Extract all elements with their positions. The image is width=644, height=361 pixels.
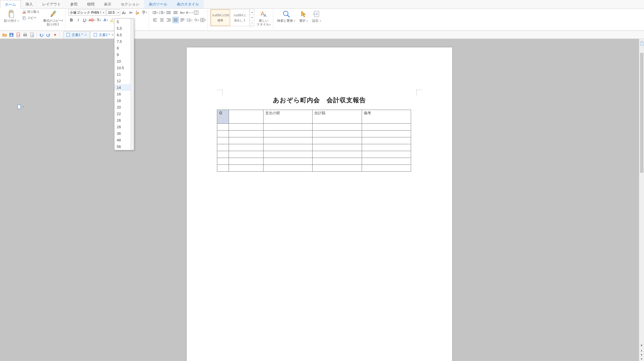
copy-button[interactable]: コピー — [21, 15, 41, 21]
text-effects-button[interactable]: A▾ — [102, 17, 109, 23]
format-painter-label1: 書式のコピー/ — [43, 19, 63, 22]
font-name-combo[interactable]: ▾ — [68, 9, 106, 16]
svg-rect-34 — [160, 19, 164, 19]
font-size-combo[interactable]: ▾ — [106, 9, 120, 16]
superscript-button[interactable]: X2 — [96, 17, 102, 23]
export-pdf-button[interactable]: PDF — [15, 32, 21, 38]
font-size-option[interactable]: 5.5 — [114, 25, 130, 32]
phonetic-guide-button[interactable]: 字▾ — [141, 9, 148, 16]
shading-button[interactable]: ▾ — [193, 17, 199, 23]
align-justify-button[interactable] — [172, 17, 179, 23]
svg-rect-2 — [10, 13, 14, 18]
ribbon-tab-2[interactable]: レイアウト — [38, 0, 66, 8]
clipboard-icon — [7, 10, 16, 18]
svg-rect-45 — [180, 21, 183, 21]
ribbon-tab-8[interactable]: 表のスタイル — [172, 0, 204, 8]
font-size-input[interactable] — [107, 11, 117, 15]
underline-button[interactable]: U▾ — [82, 17, 88, 23]
font-size-option[interactable]: 6.5 — [114, 32, 130, 38]
shrink-font-button[interactable]: A▾ — [128, 9, 134, 16]
svg-rect-33 — [153, 21, 157, 21]
undo-button[interactable] — [39, 32, 44, 38]
decrease-indent-button[interactable] — [166, 9, 172, 16]
grow-font-button[interactable]: A▴ — [121, 9, 127, 16]
dropdown-scrollbar[interactable] — [130, 19, 134, 39]
line-spacing-button[interactable]: ▾ — [186, 17, 192, 23]
paste-button[interactable]: 貼り付け ▾ — [3, 9, 20, 23]
undo-icon — [39, 33, 44, 37]
new-style-l2: スタイル — [257, 23, 269, 26]
doc-tab-0[interactable]: 文書1 *× — [63, 31, 90, 39]
svg-rect-46 — [188, 19, 191, 19]
asian-layout-button[interactable] — [193, 9, 199, 16]
increase-indent-button[interactable] — [172, 9, 179, 16]
distribute-button[interactable] — [179, 17, 186, 23]
settings-button[interactable]: 設定 ▾ — [311, 9, 323, 23]
ribbon: 貼り付け ▾ 切り取り コピー 書式のコピー/貼り付け ▾ — [0, 9, 644, 31]
bold-button[interactable]: B — [68, 17, 75, 23]
redo-button[interactable] — [45, 32, 51, 38]
svg-rect-43 — [180, 19, 184, 19]
clear-formatting-button[interactable] — [134, 9, 141, 16]
font-name-dropdown-arrow[interactable]: ▾ — [102, 10, 106, 15]
ribbon-tab-6[interactable]: セクション — [116, 0, 144, 8]
doc-tab-1[interactable]: 文書2 *× — [90, 31, 117, 39]
paste-label: 貼り付け — [4, 19, 17, 22]
copy-icon — [22, 16, 26, 20]
gallery-spinner: ▴▾▿ — [249, 9, 254, 26]
font-name-input[interactable] — [69, 11, 102, 15]
ribbon-tab-4[interactable]: 校閲 — [82, 0, 99, 8]
gallery-up[interactable]: ▴ — [250, 9, 254, 15]
folder-open-icon — [2, 33, 7, 37]
ribbon-tab-7[interactable]: 表のツール — [144, 0, 172, 8]
print-button[interactable] — [22, 32, 28, 38]
format-painter-button[interactable]: 書式のコピー/貼り付け — [42, 9, 64, 27]
borders-button[interactable]: ▾ — [200, 17, 206, 23]
ribbon-tab-0[interactable]: ホーム — [0, 0, 21, 9]
char-scale-button[interactable]: A↔▾ — [186, 9, 192, 16]
style-item-0[interactable]: AaBbCcDd標準 — [211, 9, 230, 26]
gallery-down[interactable]: ▾ — [250, 15, 254, 20]
format-painter-label2: 貼り付け — [47, 23, 59, 26]
italic-button[interactable]: I — [75, 17, 81, 23]
scissors-icon — [22, 10, 26, 14]
font-size-dropdown-arrow[interactable]: ▾ — [117, 10, 120, 15]
open-button[interactable] — [2, 32, 7, 38]
style-name: 標準 — [218, 19, 223, 23]
numbering-button[interactable]: 123▾ — [159, 9, 165, 16]
close-icon[interactable]: × — [112, 33, 114, 37]
highlight-icon — [110, 18, 114, 22]
gallery-more[interactable]: ▿ — [250, 21, 254, 26]
settings-icon — [312, 10, 321, 18]
print-preview-button[interactable] — [29, 32, 35, 38]
svg-line-56 — [287, 15, 289, 17]
style-preview: AaBbCc — [233, 13, 246, 17]
printer-icon — [23, 33, 27, 37]
style-item-1[interactable]: AaBbCc見出し 1 — [230, 9, 249, 26]
cut-button[interactable]: 切り取り — [21, 9, 41, 15]
save-button[interactable] — [9, 32, 14, 38]
ribbon-tab-1[interactable]: 挿入 — [21, 0, 38, 8]
change-case-button[interactable]: Aa▾ — [179, 9, 186, 16]
svg-rect-25 — [166, 13, 171, 14]
ribbon-tab-3[interactable]: 参照 — [66, 0, 82, 8]
find-replace-button[interactable]: 検索と置換 ▾ — [276, 9, 296, 23]
ribbon-tab-5[interactable]: 表示 — [99, 0, 116, 8]
font-size-option[interactable]: 7.5 — [114, 38, 130, 39]
doc-tab-label: 文書2 * — [99, 33, 110, 37]
new-style-button[interactable]: AA 新しいスタイル▾ — [255, 9, 272, 27]
svg-point-11 — [152, 11, 153, 12]
qa-more-button[interactable]: ✦ — [52, 32, 58, 38]
font-size-dropdown[interactable]: 55.56.57.5891010.51112141618202226283648… — [114, 18, 134, 39]
cut-label: 切り取り — [27, 10, 40, 14]
bullets-button[interactable]: ▾ — [152, 9, 158, 16]
align-left-button[interactable] — [152, 17, 158, 23]
close-icon[interactable]: × — [84, 33, 87, 37]
strikethrough-button[interactable]: AB▾ — [89, 17, 95, 23]
font-size-option[interactable]: 5 — [114, 19, 130, 25]
svg-rect-38 — [168, 20, 171, 20]
align-right-button[interactable] — [166, 17, 172, 23]
align-center-button[interactable] — [159, 17, 165, 23]
doc-icon — [94, 33, 97, 37]
select-button[interactable]: 選択 ▾ — [297, 9, 309, 23]
